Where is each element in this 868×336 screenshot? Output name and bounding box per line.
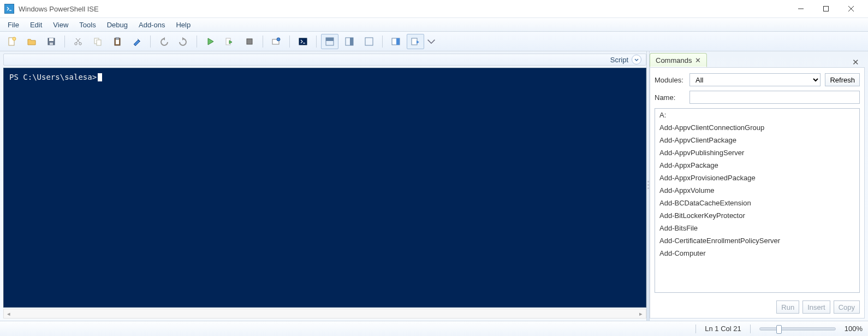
close-window-button[interactable] (839, 0, 864, 17)
menu-tools[interactable]: Tools (74, 19, 101, 31)
command-item[interactable]: Add-AppvClientConnectionGroup (655, 121, 859, 134)
commands-listbox[interactable]: A:Add-AppvClientConnectionGroupAdd-AppvC… (655, 108, 860, 293)
modules-label: Modules: (655, 76, 685, 84)
run-script-button[interactable] (201, 34, 219, 49)
command-item[interactable]: Add-CertificateEnrollmentPolicyServer (655, 234, 859, 247)
refresh-button[interactable]: Refresh (825, 73, 860, 86)
command-item[interactable]: Add-AppxVolume (655, 184, 859, 197)
menu-edit[interactable]: Edit (25, 19, 47, 31)
svg-line-12 (76, 38, 80, 43)
cut-button[interactable] (69, 34, 87, 49)
command-item[interactable]: A: (655, 109, 859, 121)
save-file-button[interactable] (43, 34, 60, 49)
svg-rect-33 (412, 38, 417, 45)
menu-bar: FileEditViewToolsDebugAdd-onsHelp (0, 17, 868, 32)
svg-rect-21 (247, 39, 252, 44)
clear-console-button[interactable] (128, 34, 146, 49)
stop-button[interactable] (241, 34, 258, 49)
toolbar (0, 32, 868, 51)
svg-rect-18 (116, 38, 119, 39)
horizontal-scrollbar[interactable]: ◂ ▸ (3, 309, 646, 319)
commands-tab-label: Commands (656, 56, 692, 64)
script-pane-label: Script (610, 56, 628, 64)
svg-rect-8 (49, 38, 53, 41)
svg-rect-29 (350, 38, 353, 45)
run-selection-button[interactable] (221, 34, 239, 49)
svg-point-11 (79, 42, 81, 44)
command-item[interactable]: Add-BitLockerKeyProtector (655, 209, 859, 222)
svg-point-10 (75, 42, 77, 44)
command-item[interactable]: Add-BitsFile (655, 222, 859, 234)
new-remote-tab-button[interactable] (267, 34, 285, 49)
svg-rect-9 (50, 43, 53, 45)
copy-button[interactable] (89, 34, 106, 49)
cursor-position: Ln 1 Col 21 (705, 325, 741, 333)
minimize-button[interactable] (788, 0, 813, 17)
status-bar: Ln 1 Col 21 100% (0, 321, 868, 336)
undo-button[interactable] (155, 34, 173, 49)
commands-pane-close-icon[interactable]: ✕ (849, 57, 863, 67)
svg-rect-27 (326, 38, 334, 41)
paste-button[interactable] (109, 34, 126, 49)
show-script-pane-top-button[interactable] (321, 34, 338, 49)
svg-point-23 (277, 38, 280, 41)
svg-rect-30 (365, 38, 373, 45)
expand-script-icon (632, 55, 641, 64)
name-label: Name: (655, 93, 685, 102)
command-item[interactable]: Add-BCDataCacheExtension (655, 197, 859, 209)
show-script-pane-max-button[interactable] (360, 34, 378, 49)
app-icon (4, 4, 14, 14)
toolbar-overflow-button[interactable] (426, 34, 436, 49)
name-input[interactable] (689, 91, 860, 104)
redo-button[interactable] (175, 34, 192, 49)
command-item[interactable]: Add-AppxPackage (655, 159, 859, 172)
new-file-button[interactable] (3, 34, 21, 49)
title-bar: Windows PowerShell ISE (0, 0, 868, 17)
command-item[interactable]: Add-AppxProvisionedPackage (655, 172, 859, 184)
svg-rect-32 (396, 38, 400, 45)
menu-debug[interactable]: Debug (102, 19, 133, 31)
script-pane-toggle[interactable]: Script (3, 54, 646, 66)
svg-rect-17 (116, 39, 119, 44)
show-command-window-button[interactable] (407, 34, 424, 49)
svg-rect-15 (97, 40, 101, 45)
svg-line-13 (76, 38, 80, 43)
console-prompt: PS C:\Users\salesa> (9, 73, 97, 81)
zoom-slider[interactable] (759, 327, 836, 331)
show-script-pane-right-button[interactable] (341, 34, 358, 49)
command-item[interactable]: Add-AppvClientPackage (655, 134, 859, 146)
console-cursor (98, 73, 102, 81)
menu-view[interactable]: View (47, 19, 74, 31)
svg-rect-2 (824, 7, 829, 11)
command-item[interactable]: Add-AppvPublishingServer (655, 146, 859, 159)
menu-add-ons[interactable]: Add-ons (133, 19, 170, 31)
svg-point-6 (13, 37, 16, 40)
commands-tab[interactable]: Commands ✕ (650, 53, 707, 67)
window-title: Windows PowerShell ISE (19, 5, 99, 13)
maximize-button[interactable] (813, 0, 839, 17)
commands-pane: Commands ✕ ✕ Modules: All Refresh Name: … (650, 51, 868, 321)
start-powershell-button[interactable] (294, 34, 312, 49)
open-file-button[interactable] (23, 34, 40, 49)
run-button[interactable]: Run (776, 300, 799, 314)
console-pane[interactable]: PS C:\Users\salesa> (3, 68, 646, 308)
svg-rect-24 (299, 38, 307, 45)
main-area: Script PS C:\Users\salesa> ◂ ▸ Commands … (0, 51, 868, 321)
command-item[interactable]: Add-Computer (655, 247, 859, 260)
zoom-value: 100% (845, 325, 863, 333)
zoom-slider-thumb[interactable] (776, 325, 782, 334)
modules-select[interactable]: All (689, 73, 821, 86)
menu-help[interactable]: Help (170, 19, 196, 31)
insert-button[interactable]: Insert (802, 300, 830, 314)
menu-file[interactable]: File (2, 19, 25, 31)
commands-tab-close-icon[interactable]: ✕ (695, 56, 701, 64)
copy-cmd-button[interactable]: Copy (834, 300, 860, 314)
show-command-addon-button[interactable] (387, 34, 405, 49)
